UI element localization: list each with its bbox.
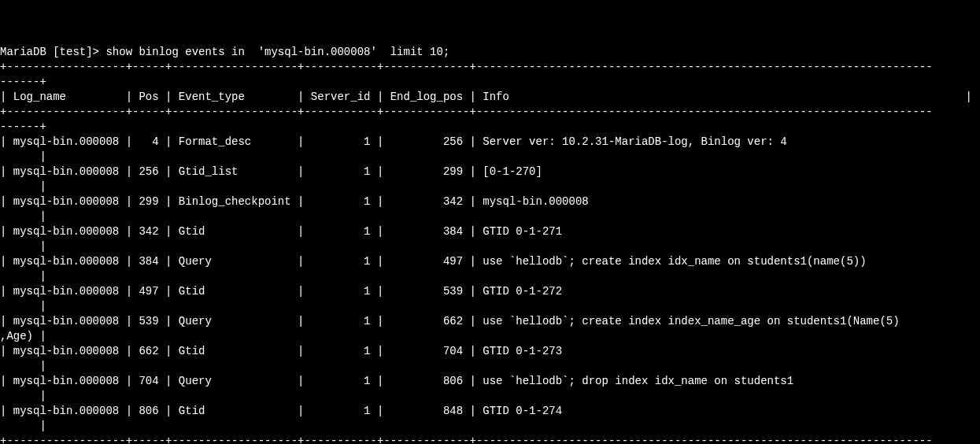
table-rows: | mysql-bin.000008 | 4 | Format_desc | 1… bbox=[0, 135, 939, 432]
separator-tail: ------+ bbox=[0, 120, 46, 133]
separator: +------------------+-----+--------------… bbox=[0, 61, 933, 73]
separator: +------------------+-----+--------------… bbox=[0, 105, 933, 118]
header-row: | Log_name | Pos | Event_type | Server_i… bbox=[0, 91, 972, 103]
prompt-line: MariaDB [test]> show binlog events in 'm… bbox=[0, 46, 449, 58]
terminal-output: MariaDB [test]> show binlog events in 'm… bbox=[0, 45, 980, 444]
separator: +------------------+-----+--------------… bbox=[0, 435, 933, 444]
separator-tail: ------+ bbox=[0, 76, 46, 88]
